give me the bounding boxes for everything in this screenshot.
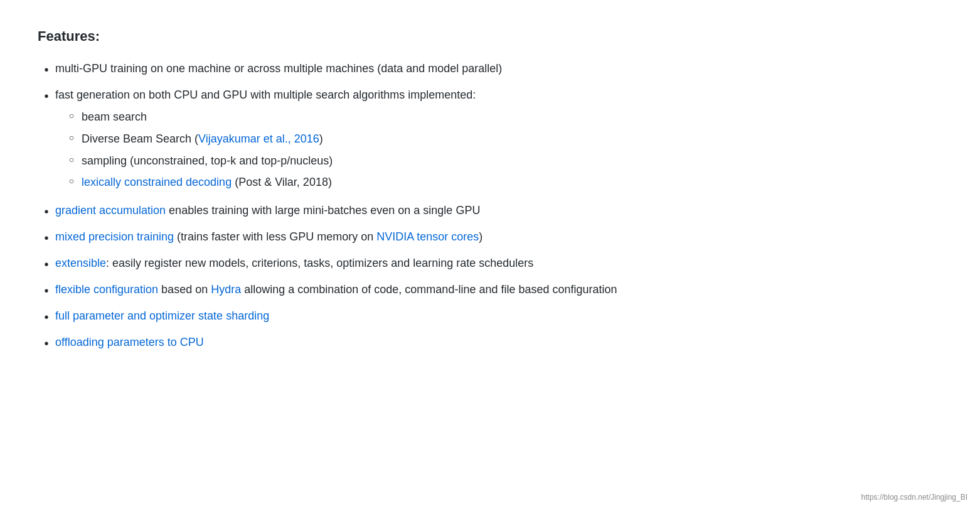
features-heading: Features: xyxy=(38,25,942,47)
list-item-text: multi-GPU training on one machine or acr… xyxy=(55,62,502,75)
link-flexible-configuration[interactable]: flexible configuration xyxy=(55,283,158,296)
list-item-offloading: •offloading parameters to CPU xyxy=(38,333,942,353)
list-item-content: fast generation on both CPU and GPU with… xyxy=(55,86,942,195)
list-item-mixed-precision: •mixed precision training (trains faster… xyxy=(38,228,942,248)
list-item-text: offloading parameters to CPU xyxy=(55,336,204,348)
link-extensible[interactable]: extensible xyxy=(55,257,106,269)
sub-bullet-icon: ○ xyxy=(61,108,82,124)
bullet-icon: • xyxy=(38,202,55,222)
sub-list-item-text: sampling (unconstrained, top-k and top-p… xyxy=(82,152,333,170)
link-mixed-precision-training[interactable]: mixed precision training xyxy=(55,230,174,243)
sub-list-item-sampling: ○sampling (unconstrained, top-k and top-… xyxy=(61,152,942,170)
sub-bullet-icon: ○ xyxy=(61,173,82,189)
link-lexically-constrained-decoding[interactable]: lexically constrained decoding xyxy=(82,176,232,188)
list-item-content: full parameter and optimizer state shard… xyxy=(55,307,942,325)
list-item-gradient-accumulation: •gradient accumulation enables training … xyxy=(38,202,942,222)
list-item-flexible-config: •flexible configuration based on Hydra a… xyxy=(38,281,942,301)
list-item-content: extensible: easily register new models, … xyxy=(55,254,942,272)
bullet-icon: • xyxy=(38,307,55,327)
sub-bullet-icon: ○ xyxy=(61,152,82,168)
bullet-icon: • xyxy=(38,60,55,80)
sub-list-item-lexically: ○lexically constrained decoding (Post & … xyxy=(61,173,942,191)
bullet-icon: • xyxy=(38,228,55,248)
sub-list-item-text: beam search xyxy=(82,108,147,126)
list-item-multi-gpu: •multi-GPU training on one machine or ac… xyxy=(38,60,942,80)
list-item-text: full parameter and optimizer state shard… xyxy=(55,309,269,322)
features-list: •multi-GPU training on one machine or ac… xyxy=(38,60,942,353)
sub-list-item-text: lexically constrained decoding (Post & V… xyxy=(82,173,332,191)
list-item-text: extensible: easily register new models, … xyxy=(55,257,533,269)
link-vijayakumar-et-al.,-2016[interactable]: Vijayakumar et al., 2016 xyxy=(198,132,319,145)
sub-bullet-icon: ○ xyxy=(61,130,82,146)
bullet-icon: • xyxy=(38,333,55,353)
list-item-full-parameter: •full parameter and optimizer state shar… xyxy=(38,307,942,327)
sub-list-item-beam-search: ○beam search xyxy=(61,108,942,126)
list-item-content: mixed precision training (trains faster … xyxy=(55,228,942,246)
bullet-icon: • xyxy=(38,281,55,301)
link-offloading-parameters-to-cpu[interactable]: offloading parameters to CPU xyxy=(55,336,204,348)
list-item-text: gradient accumulation enables training w… xyxy=(55,204,480,217)
list-item-content: multi-GPU training on one machine or acr… xyxy=(55,60,942,78)
sub-list-item-text: Diverse Beam Search (Vijayakumar et al.,… xyxy=(82,130,323,148)
list-item-fast-generation: •fast generation on both CPU and GPU wit… xyxy=(38,86,942,195)
sub-list: ○beam search○Diverse Beam Search (Vijaya… xyxy=(55,108,942,191)
list-item-content: flexible configuration based on Hydra al… xyxy=(55,281,942,299)
link-nvidia-tensor-cores[interactable]: NVIDIA tensor cores xyxy=(376,230,479,243)
list-item-text: fast generation on both CPU and GPU with… xyxy=(55,89,476,101)
list-item-text: mixed precision training (trains faster … xyxy=(55,230,482,243)
list-item-content: offloading parameters to CPU xyxy=(55,333,942,352)
footer-url: https://blog.csdn.net/Jingjing_BI xyxy=(861,492,967,503)
link-hydra[interactable]: Hydra xyxy=(211,283,241,296)
bullet-icon: • xyxy=(38,254,55,274)
bullet-icon: • xyxy=(38,86,55,106)
list-item-content: gradient accumulation enables training w… xyxy=(55,202,942,220)
link-gradient-accumulation[interactable]: gradient accumulation xyxy=(55,204,166,217)
list-item-text: flexible configuration based on Hydra al… xyxy=(55,283,617,296)
link-full-parameter-and-optimizer-s[interactable]: full parameter and optimizer state shard… xyxy=(55,309,269,322)
sub-list-item-diverse-beam-search: ○Diverse Beam Search (Vijayakumar et al.… xyxy=(61,130,942,148)
list-item-extensible: •extensible: easily register new models,… xyxy=(38,254,942,274)
